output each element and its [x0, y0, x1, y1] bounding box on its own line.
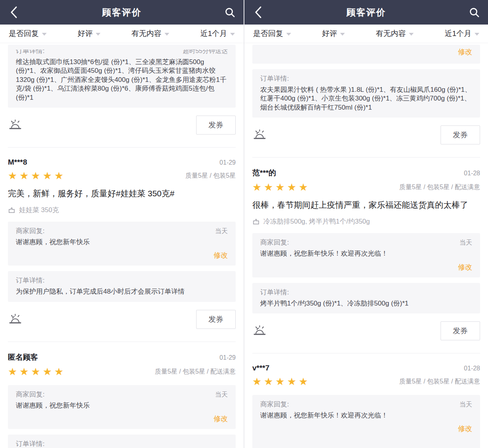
search-icon	[225, 7, 235, 18]
search-button[interactable]	[224, 6, 236, 19]
reply-time: 当天	[215, 391, 228, 399]
send-coupon-button[interactable]: 发券	[196, 116, 236, 135]
back-button[interactable]	[8, 6, 20, 19]
filter-reply-status[interactable]: 是否回复	[253, 28, 291, 39]
reply-time: 当天	[460, 401, 472, 409]
send-coupon-button[interactable]: 发券	[441, 321, 480, 340]
chevron-down-icon	[42, 33, 47, 36]
chevron-down-icon	[409, 33, 414, 36]
card-head: M***8 01-29	[8, 158, 236, 167]
page-title: 顾客评价	[20, 6, 224, 19]
order-details-label: 订单详情:	[16, 276, 45, 285]
siren-button[interactable]	[252, 324, 267, 338]
review-date: 01-29	[219, 159, 236, 166]
dual-screenshot-wrap: 顾客评价 是否回复 好评 有无内容 近1个月 订单详情: 超时55分钟送达 维达…	[0, 0, 488, 448]
siren-button[interactable]	[8, 312, 22, 327]
siren-icon	[252, 324, 267, 338]
reply-time: 当天	[215, 227, 228, 235]
card-head: 范***的 01-28	[252, 168, 480, 178]
back-chevron-icon	[254, 6, 263, 19]
reviewer-name: 匿名顾客	[8, 352, 38, 363]
filter-reply-label: 是否回复	[9, 28, 39, 39]
right-filter-bar: 是否回复 好评 有无内容 近1个月	[244, 25, 488, 43]
chevron-down-icon	[96, 33, 100, 36]
chevron-down-icon	[340, 33, 345, 36]
order-details-label: 订单详情:	[260, 74, 289, 83]
reply-header: 商家回复: 当天	[16, 226, 228, 235]
review-card: M***8 01-29 ★★★★★ 质量5星 / 包装5星 完美，新鲜，服务好，…	[0, 148, 244, 329]
order-items-text: 烤半片鸭1个/约350g (份)*1、冷冻肋排500g (份)*1	[260, 299, 472, 308]
rating-breakdown: 质量5星 / 包装5星 / 配送满意	[399, 183, 480, 192]
edit-reply-link[interactable]: 修改	[16, 414, 228, 423]
search-icon	[469, 7, 480, 18]
order-details-header: 订单详情:	[16, 439, 228, 448]
filter-content-label: 有无内容	[131, 28, 161, 39]
rating-row: ★★★★★ 质量5星 / 包装5星	[8, 170, 236, 182]
review-text: 完美，新鲜，服务好，质量好#娃娃菜 350克#	[8, 188, 236, 199]
review-card: v***7 01-28 ★★★★★ 质量5星 / 包装5星 / 配送满意 商家回…	[244, 353, 488, 448]
product-tag-label: 冷冻肋排500g, 烤半片鸭1个/约350g	[263, 217, 370, 226]
reply-time: 当天	[460, 239, 472, 247]
review-card: 匿名顾客 01-29 ★★★★★ 质量5星 / 包装5星 / 配送满意 商家回复…	[0, 342, 244, 448]
filter-rating[interactable]: 好评	[322, 28, 345, 39]
order-items-text: 为保护用户隐私，订单完成后48小时后才会展示订单详情	[16, 287, 228, 296]
reviewer-name: v***7	[252, 364, 269, 372]
rating-breakdown: 质量5星 / 包装5星	[185, 172, 236, 180]
siren-button[interactable]	[252, 128, 267, 142]
card-head: 匿名顾客 01-29	[8, 352, 236, 363]
filter-period[interactable]: 近1个月	[444, 28, 479, 39]
siren-button[interactable]	[8, 118, 22, 132]
send-coupon-button[interactable]: 发券	[441, 125, 480, 144]
review-date: 01-28	[464, 365, 480, 372]
order-details-label: 订单详情:	[16, 49, 45, 55]
card-action-row: 发券	[252, 125, 480, 144]
right-screen: 顾客评价 是否回复 好评 有无内容 近1个月 修改 订单详情: 农夫果园果汁饮料…	[244, 0, 488, 448]
thumb-up-icon	[8, 206, 15, 214]
filter-reply-label: 是否回复	[253, 28, 283, 39]
back-button[interactable]	[252, 6, 264, 19]
review-date: 01-29	[219, 354, 236, 361]
edit-reply-link[interactable]: 修改	[260, 262, 472, 272]
filter-period[interactable]: 近1个月	[200, 28, 235, 39]
right-appbar: 顾客评价	[244, 0, 488, 25]
reply-text: 谢谢惠顾，祝您新年快乐	[16, 238, 228, 247]
filter-has-content[interactable]: 有无内容	[131, 28, 169, 39]
product-tag[interactable]: 冷冻肋排500g, 烤半片鸭1个/约350g	[252, 217, 480, 226]
reply-text: 谢谢惠顾，祝您新年快乐！欢迎再次光临！	[260, 249, 472, 258]
filter-content-label: 有无内容	[376, 28, 406, 39]
order-details-box: 订单详情: 农夫果园果汁饮料 ( 热带水果 )1.8L (份)*1、有友山椒凤爪…	[252, 69, 480, 118]
search-button[interactable]	[468, 6, 480, 19]
left-screen: 顾客评价 是否回复 好评 有无内容 近1个月 订单详情: 超时55分钟送达 维达…	[0, 0, 244, 448]
card-action-row: 发券	[252, 321, 480, 340]
review-card: 范***的 01-28 ★★★★★ 质量5星 / 包装5星 / 配送满意 很棒，…	[244, 158, 488, 340]
filter-period-label: 近1个月	[444, 28, 471, 39]
merchant-reply-box: 修改	[252, 45, 480, 64]
reply-label: 商家回复:	[260, 400, 289, 409]
reviewer-name: 范***的	[252, 168, 276, 178]
edit-reply-link[interactable]: 修改	[16, 251, 228, 260]
product-tag[interactable]: 娃娃菜 350克	[8, 205, 236, 215]
filter-reply-status[interactable]: 是否回复	[9, 28, 47, 39]
reply-label: 商家回复:	[16, 390, 45, 399]
filter-rating-label: 好评	[322, 28, 337, 39]
back-chevron-icon	[9, 6, 18, 19]
merchant-reply-box: 商家回复: 当天 谢谢惠顾，祝您新年快乐 修改	[8, 222, 236, 266]
chevron-down-icon	[286, 33, 291, 36]
reply-header: 商家回复: 当天	[260, 400, 472, 409]
filter-has-content[interactable]: 有无内容	[376, 28, 414, 39]
star-rating: ★★★★★	[252, 376, 310, 388]
filter-period-label: 近1个月	[200, 28, 227, 39]
send-coupon-button[interactable]: 发券	[196, 310, 236, 329]
order-details-header: 订单详情:	[16, 276, 228, 285]
order-details-label: 订单详情:	[260, 288, 289, 297]
card-action-row: 发券	[8, 116, 236, 135]
order-details-box: 订单详情: 超时55分钟送达 维达抽取式面巾纸130抽*6包/提 (份)*1、三…	[8, 45, 236, 108]
edit-reply-link[interactable]: 修改	[260, 424, 472, 433]
filter-rating[interactable]: 好评	[78, 28, 100, 39]
edit-reply-link[interactable]: 修改	[260, 47, 472, 57]
siren-icon	[8, 118, 22, 132]
merchant-reply-box: 商家回复: 当天 谢谢惠顾，祝您新年快乐！欢迎再次光临！ 修改	[252, 395, 480, 448]
order-details-box: 订单详情:	[8, 435, 236, 448]
merchant-reply-box: 商家回复: 当天 谢谢惠顾，祝您新年快乐！欢迎再次光临！ 修改	[252, 233, 480, 277]
reply-label: 商家回复:	[16, 226, 45, 235]
